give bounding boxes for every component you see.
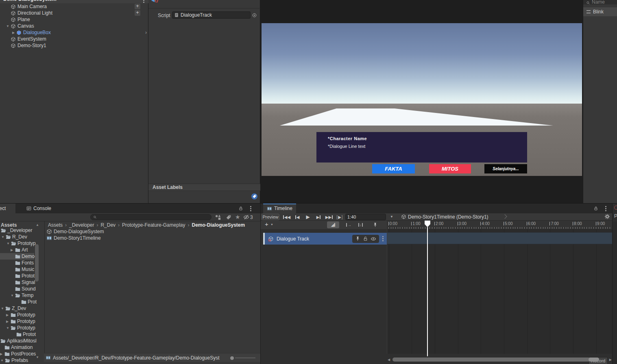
mix-mode-button[interactable]: ◢ bbox=[327, 221, 339, 228]
expander-icon[interactable]: ▼ bbox=[5, 24, 11, 28]
ripple-mode-button[interactable]: → bbox=[344, 221, 353, 228]
tree-folder-animation-18[interactable]: Animation bbox=[0, 344, 44, 351]
expander-icon[interactable]: ▶ bbox=[6, 320, 9, 323]
icon-size-slider-thumb[interactable] bbox=[230, 356, 234, 360]
project-kebab-icon[interactable] bbox=[250, 206, 251, 211]
expander-icon[interactable]: ▶ bbox=[11, 31, 16, 35]
goto-start-button[interactable]: ◀◀ bbox=[282, 214, 292, 220]
expander-icon[interactable]: ▶ bbox=[11, 248, 13, 252]
hierarchy-item-dialoguebox[interactable]: ▶DialogueBox› bbox=[0, 29, 148, 36]
tree-folder-z-dev-12[interactable]: ▼Z_Dev bbox=[0, 305, 44, 312]
tree-folder-developer-0[interactable]: _Developer bbox=[0, 227, 44, 234]
tree-folder-protot-16[interactable]: Protot bbox=[0, 331, 44, 338]
hidden-count-button[interactable]: 3 bbox=[243, 214, 253, 220]
tree-folder-aplikasimitosl-17[interactable]: AplikasiMitosl bbox=[0, 338, 44, 344]
tree-folder-r-dev-1[interactable]: ▼R_Dev bbox=[0, 234, 44, 240]
tree-folder-demo-4[interactable]: Demo- bbox=[0, 253, 34, 260]
expander-icon[interactable]: ▼ bbox=[7, 242, 10, 245]
pin-icon[interactable] bbox=[355, 236, 360, 241]
tree-folder-prototyp-15[interactable]: ▼Prototyp bbox=[0, 325, 44, 331]
hierarchy-item-canvas[interactable]: ▼Canvas bbox=[0, 23, 148, 29]
add-track-caret-icon[interactable]: ▼ bbox=[270, 223, 273, 226]
scroll-down-icon[interactable]: ▼ bbox=[36, 355, 39, 359]
label-tag-button[interactable] bbox=[251, 193, 258, 200]
file-demo-story1timeline[interactable]: Demo-Story1Timeline bbox=[46, 235, 101, 241]
search-by-type-icon[interactable] bbox=[215, 214, 221, 221]
breadcrumb-item-prototype-feature-gameplay[interactable]: Prototype-Feature-Gameplay bbox=[122, 222, 185, 228]
object-picker-icon[interactable] bbox=[252, 13, 257, 18]
track-lane-dialogue-track[interactable] bbox=[387, 232, 613, 244]
hierarchy-item-main-camera[interactable]: Main Camera+ bbox=[0, 3, 148, 10]
hscroll-grip[interactable] bbox=[589, 358, 599, 362]
favorites-star-icon[interactable]: ★ bbox=[235, 214, 240, 220]
marker-pin-icon[interactable] bbox=[373, 222, 378, 228]
tree-folder-temp-10[interactable]: ▼Temp bbox=[0, 292, 44, 299]
tree-folder-prototyp-13[interactable]: ▶Prototyp bbox=[0, 312, 44, 318]
hierarchy-item-eventsystem[interactable]: EventSystem bbox=[0, 36, 148, 42]
breadcrumb-item-r-dev[interactable]: R_Dev bbox=[100, 222, 116, 228]
timeline-hscrollbar[interactable]: ◀ ▶ bbox=[387, 357, 613, 362]
hierarchy-item-directional-light[interactable]: Directional Light+ bbox=[0, 10, 148, 16]
scene-kebab-icon[interactable] bbox=[143, 0, 144, 3]
lock-icon[interactable] bbox=[593, 206, 598, 211]
add-track-button[interactable]: + bbox=[265, 221, 268, 228]
expander-icon[interactable]: ▼ bbox=[11, 294, 14, 297]
file-demo-dialoguesystem[interactable]: Demo-DialogueSystem bbox=[46, 228, 104, 235]
dialogue-button-selanjutnya[interactable]: Selanjutnya... bbox=[484, 164, 527, 173]
next-frame-button[interactable]: ▶ bbox=[314, 214, 323, 220]
hierarchy-item-plane[interactable]: Plane bbox=[0, 16, 148, 23]
time-dropdown-icon[interactable]: ▼ bbox=[390, 215, 393, 219]
playhead-line[interactable] bbox=[427, 227, 428, 356]
scroll-up-icon[interactable]: ▲ bbox=[36, 223, 39, 227]
eye-icon[interactable] bbox=[371, 236, 376, 242]
breadcrumb-item-assets[interactable]: Assets bbox=[48, 222, 63, 228]
breadcrumb-item-demo-dialoguesystem[interactable]: Demo-DialogueSystem bbox=[192, 222, 245, 228]
record-button-icon[interactable] bbox=[614, 206, 617, 210]
replace-mode-button[interactable]: ↓ bbox=[355, 221, 365, 228]
tab-console[interactable]: Console bbox=[23, 204, 58, 213]
prefab-open-chevron-icon[interactable]: › bbox=[145, 29, 147, 36]
tree-scrollbar-thumb[interactable] bbox=[35, 244, 39, 282]
expander-icon[interactable]: ▼ bbox=[1, 235, 4, 239]
tree-folder-prot-11[interactable]: Prot bbox=[0, 299, 44, 305]
unlock-icon[interactable] bbox=[363, 236, 368, 241]
anim-search-field[interactable]: Name bbox=[583, 0, 617, 4]
goto-end-button[interactable]: ▶▶ bbox=[324, 214, 334, 220]
asset-labels-header[interactable]: Asset Labels bbox=[148, 184, 260, 191]
expander-icon[interactable]: ▼ bbox=[1, 307, 4, 310]
breadcrumb-item-developer[interactable]: _Developer bbox=[69, 222, 94, 228]
time-field[interactable]: 1:40 bbox=[345, 214, 386, 220]
expander-icon[interactable]: ▶ bbox=[0, 352, 2, 356]
expander-icon[interactable]: ▼ bbox=[6, 326, 9, 330]
tree-folder-sound-9[interactable]: Sound bbox=[0, 286, 44, 292]
track-header-dialogue-track[interactable]: Dialogue Track bbox=[263, 233, 387, 245]
play-range-button[interactable]: [▶] bbox=[335, 214, 344, 220]
expander-icon[interactable]: ▶ bbox=[6, 313, 9, 317]
dialogue-button-fakta[interactable]: FAKTA bbox=[372, 164, 415, 173]
dialogue-button-mitos[interactable]: MITOS bbox=[429, 164, 471, 173]
scroll-left-icon[interactable]: ◀ bbox=[388, 358, 390, 362]
hscroll-thumb[interactable] bbox=[392, 358, 599, 362]
project-search-input[interactable] bbox=[90, 214, 211, 220]
timeline-kebab-icon[interactable] bbox=[605, 206, 606, 211]
add-component-plus-button[interactable]: + bbox=[135, 4, 140, 9]
tab-timeline[interactable]: Timeline bbox=[263, 204, 296, 213]
scroll-right-icon[interactable]: ▶ bbox=[609, 358, 612, 362]
lock-icon[interactable] bbox=[238, 206, 243, 211]
expander-icon[interactable]: ▼ bbox=[0, 359, 4, 362]
timeline-ruler[interactable]: 0:00 1:00 2:00 3:00 4:00 5:00 6:00 7:00 … bbox=[387, 221, 613, 229]
play-button[interactable]: ▶ bbox=[303, 214, 313, 220]
hierarchy-item-demo-story1[interactable]: Demo-Story1 bbox=[0, 42, 148, 49]
script-object-field[interactable]: DialogueTrack bbox=[172, 11, 251, 19]
icon-size-slider-track[interactable] bbox=[235, 358, 255, 358]
previous-frame-button[interactable]: ◀ bbox=[292, 214, 302, 220]
track-kebab-icon[interactable] bbox=[382, 236, 384, 241]
tree-folder-prototyp-14[interactable]: ▶Prototyp bbox=[0, 318, 44, 325]
track-content-area[interactable] bbox=[387, 229, 613, 354]
scene-header[interactable]: Demo-DialogueSystem bbox=[0, 0, 148, 3]
timeline-breadcrumb[interactable]: Demo-Story1Timeline (Demo-Story1) bbox=[408, 214, 488, 220]
preview-toggle-button[interactable]: Preview bbox=[262, 214, 279, 220]
tab-oject[interactable]: oject bbox=[0, 204, 15, 213]
search-by-label-icon[interactable] bbox=[226, 214, 231, 220]
gear-icon[interactable] bbox=[604, 214, 610, 219]
